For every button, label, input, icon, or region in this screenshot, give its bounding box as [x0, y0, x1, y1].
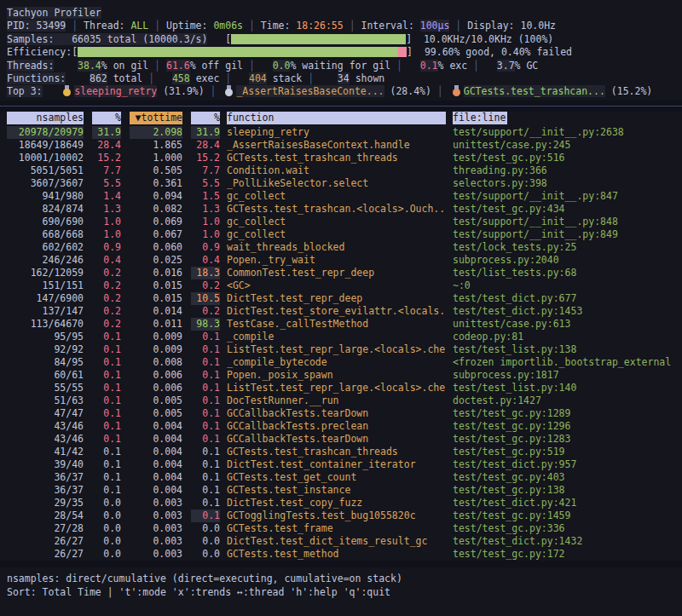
table-row[interactable]: 36/37 0.1 0.004 0.1 GCTests.test_instanc… [0, 484, 682, 497]
table-row[interactable]: 147/6900 0.2 0.015 10.5 DictTest.test_re… [0, 292, 682, 305]
table-row[interactable]: 43/46 0.1 0.004 0.1 GCCallbackTests.prec… [0, 420, 682, 433]
table-row[interactable]: 602/602 0.9 0.060 0.9 wait_threads_block… [0, 241, 682, 254]
cell-file-line: test/list_tests.py:68 [453, 267, 682, 279]
cell-nsamples: 26/27 [7, 535, 84, 548]
cell-direct-percent: 0.0 [92, 509, 121, 522]
cell-function: DocTestRunner.__run [227, 394, 446, 407]
table-row[interactable]: 47/47 0.1 0.005 0.1 GCCallbackTests.tear… [0, 407, 682, 420]
gc-label: % GC [515, 60, 539, 72]
table-row[interactable]: 29/35 0.0 0.003 0.1 DictTest.test_copy_f… [0, 497, 682, 509]
cell-file-line: subprocess.py:1817 [453, 369, 682, 382]
cell-function: GCTests.test_frame [227, 522, 446, 535]
cell-nsamples: 51/63 [7, 394, 84, 407]
cell-nsamples: 47/47 [7, 407, 84, 420]
cell-file-line: test/test_gc.py:1283 [453, 433, 682, 446]
table-row[interactable]: 95/95 0.1 0.009 0.1 _compile codeop.py:8… [0, 331, 682, 343]
cell-tottime: 0.067 [130, 228, 182, 241]
table-row[interactable]: 28/54 0.0 0.003 0.1 GCTogglingTests.test… [0, 509, 682, 522]
cell-cumulative-percent: 0.1 [191, 394, 220, 407]
column-header-nsamples[interactable]: nsamples [7, 112, 84, 124]
cell-file-line: ~:0 [453, 279, 682, 292]
column-header-direct-percent[interactable]: % [92, 112, 121, 124]
efficiency-line: Efficiency:[] 99.60% good, 0.40% failed [7, 46, 682, 59]
cell-cumulative-percent: 0.2 [191, 279, 220, 292]
cell-nsamples: 602/602 [7, 241, 84, 254]
cell-direct-percent: 31.9 [92, 126, 121, 139]
cell-tottime: 0.505 [130, 164, 182, 177]
table-row[interactable]: 5051/5051 7.7 0.505 7.7 Condition.wait t… [0, 164, 682, 177]
cell-tottime: 1.865 [130, 139, 182, 152]
efficiency-good-fill [78, 47, 398, 57]
cell-direct-percent: 0.9 [92, 241, 121, 254]
table-row[interactable]: 60/61 0.1 0.006 0.1 Popen._posix_spawn s… [0, 369, 682, 382]
interval-value: 100µs [420, 20, 450, 32]
cell-file-line: test/test_gc.py:1459 [453, 509, 682, 522]
table-row[interactable]: 84/95 0.1 0.008 0.1 _compile_bytecode <f… [0, 356, 682, 369]
table-row[interactable]: 26/27 0.0 0.003 0.0 GCTests.test_method … [0, 548, 682, 561]
table-row[interactable]: 824/874 1.3 0.082 1.3 GCTests.test_trash… [0, 203, 682, 216]
off-gil-value: 61.6 [166, 60, 190, 72]
cell-direct-percent: 1.3 [92, 203, 121, 216]
table-row[interactable]: 10001/10002 15.2 1.000 15.2 GCTests.test… [0, 152, 682, 164]
column-header-function[interactable]: function [227, 112, 446, 124]
cell-file-line: doctest.py:1427 [453, 394, 682, 407]
cell-tottime: 0.011 [130, 318, 182, 331]
table-row[interactable]: 92/92 0.1 0.009 0.1 ListTest.test_repr_l… [0, 343, 682, 356]
cell-cumulative-percent: 0.1 [191, 471, 220, 484]
cell-file-line: test/test_dict.py:421 [453, 497, 682, 509]
cell-file-line: test/test_gc.py:1289 [453, 407, 682, 420]
cell-nsamples: 26/27 [7, 548, 84, 561]
table-row[interactable]: 41/42 0.1 0.004 0.1 GCTests.test_trashca… [0, 446, 682, 458]
table-row[interactable]: 26/27 0.0 0.003 0.0 DictTest.test_dict_i… [0, 535, 682, 548]
table-row[interactable]: 941/980 1.4 0.094 1.5 gc_collect test/su… [0, 190, 682, 203]
spacer [43, 85, 61, 97]
uptime-label: Uptime: [166, 20, 213, 32]
cell-file-line: test/test_dict.py:677 [453, 292, 682, 305]
cell-file-line: test/support/__init__.py:849 [453, 228, 682, 241]
efficiency-text: 99.60% good, 0.40% failed [413, 46, 572, 58]
interval-label: Interval: [361, 20, 420, 32]
table-row[interactable]: 162/12059 0.2 0.016 18.3 CommonTest.test… [0, 267, 682, 279]
cell-tottime: 0.014 [130, 305, 182, 318]
table-row[interactable]: 36/37 0.1 0.004 0.1 GCTests.test_get_cou… [0, 471, 682, 484]
table-body: 20978/20979 31.9 2.098 31.9 sleeping_ret… [0, 126, 682, 561]
table-row[interactable]: 39/40 0.1 0.004 0.1 DictTest.test_contai… [0, 458, 682, 471]
table-row[interactable]: 246/246 0.4 0.025 0.4 Popen._try_wait su… [0, 254, 682, 267]
column-header-file-line[interactable]: file:line [453, 112, 507, 124]
cell-direct-percent: 0.1 [92, 331, 121, 343]
table-row[interactable]: 43/46 0.1 0.004 0.1 GCCallbackTests.tear… [0, 433, 682, 446]
table-row[interactable]: 20978/20979 31.9 2.098 31.9 sleeping_ret… [0, 126, 682, 139]
cell-tottime: 0.003 [130, 548, 182, 561]
cell-function: GCCallbackTests.tearDown [227, 407, 446, 420]
cell-cumulative-percent: 0.1 [191, 458, 220, 471]
cell-nsamples: 28/54 [7, 509, 84, 522]
spacer [66, 72, 90, 84]
table-row[interactable]: 3607/3607 5.5 0.361 5.5 _PollLikeSelecto… [0, 177, 682, 190]
cell-tottime: 0.003 [130, 522, 182, 535]
samples-rate-text: 10.0KHz/10.0KHz (100%) [412, 33, 553, 45]
table-row[interactable]: 27/28 0.0 0.003 0.0 GCTests.test_frame t… [0, 522, 682, 535]
column-header-cumulative-percent[interactable]: % [191, 112, 220, 124]
table-row[interactable]: 18649/18649 28.4 1.865 28.4 _AssertRaise… [0, 139, 682, 152]
table-row[interactable]: 51/63 0.1 0.005 0.1 DocTestRunner.__run … [0, 394, 682, 407]
cell-function: _compile_bytecode [227, 356, 446, 369]
table-row[interactable]: 151/151 0.2 0.015 0.2 <GC> ~:0 [0, 279, 682, 292]
cell-function: ListTest.test_repr_large.<locals>.check [227, 382, 446, 394]
table-row[interactable]: 55/55 0.1 0.006 0.1 ListTest.test_repr_l… [0, 382, 682, 394]
cell-cumulative-percent: 0.1 [191, 446, 220, 458]
top3-percent: (15.2%) [605, 85, 652, 97]
table-row[interactable]: 113/64670 0.2 0.011 98.3 TestCase._callT… [0, 318, 682, 331]
table-row[interactable]: 668/668 1.0 0.067 1.0 gc_collect test/su… [0, 228, 682, 241]
functions-exec: 458 [172, 72, 190, 84]
table-row[interactable]: 690/690 1.0 0.069 1.0 gc_collect test/su… [0, 216, 682, 228]
cell-function: GCTests.test_trashcan_threads [227, 446, 446, 458]
table-row[interactable]: 137/147 0.2 0.014 0.2 DictTest.test_stor… [0, 305, 682, 318]
cell-nsamples: 27/28 [7, 522, 84, 535]
column-header-tottime-sorted[interactable]: ▼tottime [130, 112, 182, 124]
cell-file-line: test/support/__init__.py:2638 [453, 126, 682, 139]
cell-function: gc_collect [227, 228, 446, 241]
exc-label: % exc [438, 60, 468, 72]
cell-function: Condition.wait [227, 164, 446, 177]
cell-nsamples: 18649/18649 [7, 139, 84, 152]
cell-cumulative-percent: 0.1 [191, 420, 220, 433]
